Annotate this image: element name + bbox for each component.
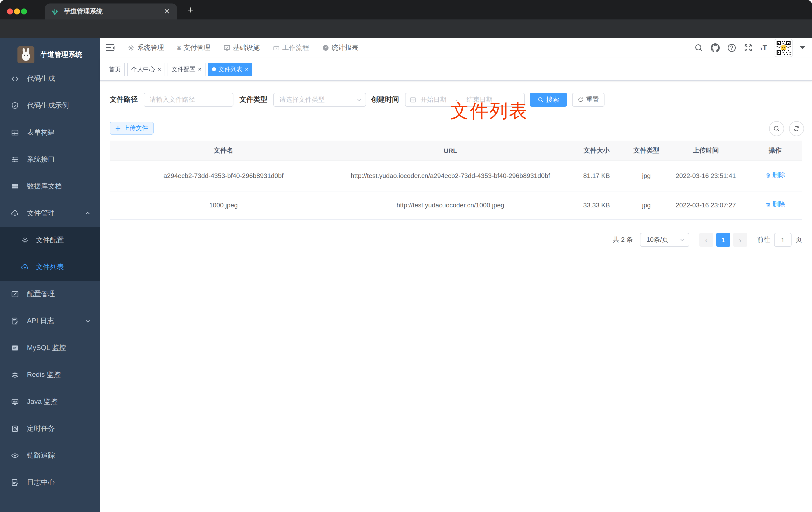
monitor-check-icon [224, 44, 230, 51]
cell-file-type: jpg [630, 161, 663, 191]
sidebar-item-scheduled-tasks[interactable]: 定时任务 [0, 415, 100, 442]
cell-url: http://test.yudao.iocoder.cn/a294ecb2-73… [337, 161, 563, 191]
chevron-up-icon [85, 210, 91, 216]
trash-icon [765, 173, 771, 179]
search-icon[interactable] [694, 43, 703, 52]
sidebar-item-tracing[interactable]: 链路追踪 [0, 442, 100, 469]
help-icon[interactable] [727, 43, 736, 52]
trash-icon [765, 202, 771, 208]
table-row: a294ecb2-73dd-4353-bf40-296b8931d0bf htt… [110, 161, 802, 191]
tag-profile[interactable]: 个人中心× [127, 63, 165, 76]
dashboard-icon [322, 44, 329, 51]
file-path-input[interactable]: 请输入文件路径 [144, 93, 233, 107]
tag-file-config[interactable]: 文件配置× [168, 63, 205, 76]
tag-home[interactable]: 首页 [105, 63, 125, 76]
shield-check-icon [11, 102, 19, 110]
sidebar-logo[interactable]: 芋道管理系统 [18, 45, 100, 65]
sidebar-item-form-builder[interactable]: 表单构建 [0, 119, 100, 146]
close-icon[interactable]: × [157, 66, 161, 73]
delete-button[interactable]: 删除 [765, 200, 785, 210]
show-search-toggle-button[interactable] [769, 121, 784, 136]
calendar-icon [409, 96, 416, 103]
minimize-window-button[interactable] [14, 8, 20, 14]
file-type-label: 文件类型 [239, 95, 267, 104]
sidebar-item-redis-monitor[interactable]: Redis 监控 [0, 361, 100, 388]
browser-tab[interactable]: 芋道管理系统 ✕ [45, 3, 177, 20]
sliders-icon [11, 155, 19, 163]
file-path-label: 文件路径 [110, 95, 138, 104]
annotation-text: 文件列表 [451, 99, 528, 124]
sidebar-submenu-file: 文件配置 文件列表 [0, 227, 100, 281]
code-icon [11, 75, 19, 83]
search-button[interactable]: 搜索 [530, 93, 567, 107]
col-url: URL [337, 141, 563, 161]
next-page-button[interactable]: › [733, 233, 747, 247]
gear-icon [21, 236, 29, 244]
nav-item-payment[interactable]: ¥ 支付管理 [177, 43, 210, 52]
col-actions: 操作 [748, 141, 802, 161]
sidebar-item-file-config[interactable]: 文件配置 [0, 227, 100, 254]
plus-icon [115, 125, 121, 131]
document-edit-icon [11, 317, 19, 325]
app-title: 芋道管理系统 [40, 50, 82, 59]
new-tab-button[interactable]: + [187, 5, 193, 15]
delete-button[interactable]: 删除 [765, 170, 785, 181]
sidebar-item-db-doc[interactable]: 数据库文档 [0, 173, 100, 200]
current-page-button[interactable]: 1 [716, 233, 730, 247]
chevron-down-icon [357, 97, 361, 102]
grid-icon [11, 182, 19, 190]
briefcase-icon [273, 44, 280, 51]
cloud-upload-icon [21, 263, 29, 271]
close-icon[interactable]: × [198, 66, 202, 73]
cell-file-size: 33.33 KB [563, 191, 630, 220]
refresh-table-button[interactable] [789, 121, 804, 136]
chart-monitor-icon [11, 344, 19, 352]
sidebar-collapse-icon[interactable] [105, 42, 116, 53]
cell-upload-time: 2022-03-16 23:07:27 [663, 191, 748, 220]
font-size-icon[interactable]: тT [760, 44, 767, 52]
browser-toolbar: ← → ⌂ i 127.0.0.1:1024/infra/file/file 1… [0, 20, 812, 38]
upload-file-button[interactable]: 上传文件 [110, 122, 154, 134]
sidebar-item-code-generation[interactable]: 代码生成 [0, 65, 100, 92]
close-icon[interactable]: × [245, 66, 249, 73]
table-row: 1000.jpeg http://test.yudao.iocoder.cn/1… [110, 191, 802, 220]
sidebar-item-config-management[interactable]: 配置管理 [0, 281, 100, 308]
table-header-row: 文件名 URL 文件大小 文件类型 上传时间 操作 [110, 141, 802, 161]
github-icon[interactable] [711, 43, 720, 52]
tag-file-list-active[interactable]: 文件列表× [208, 63, 252, 76]
page-unit-label: 页 [795, 235, 802, 244]
sidebar-item-file-management[interactable]: 文件管理 [0, 200, 100, 227]
sidebar-item-code-example[interactable]: 代码生成示例 [0, 92, 100, 119]
sidebar-item-system-api[interactable]: 系统接口 [0, 146, 100, 173]
reset-button[interactable]: 重置 [572, 93, 605, 107]
tab-close-icon[interactable]: ✕ [164, 7, 170, 16]
sidebar-item-log-center[interactable]: 日志中心 [0, 469, 100, 496]
col-upload-time: 上传时间 [663, 141, 748, 161]
browser-titlebar: 芋道管理系统 ✕ + [0, 0, 812, 20]
sidebar-item-file-list[interactable]: 文件列表 [0, 254, 100, 281]
nav-item-workflow[interactable]: 工作流程 [273, 43, 309, 52]
chevron-down-icon [680, 237, 685, 242]
nav-item-infrastructure[interactable]: 基础设施 [224, 43, 260, 52]
nav-item-reports[interactable]: 统计报表 [322, 43, 358, 52]
chevron-down-icon [85, 318, 91, 324]
user-avatar-qr[interactable] [775, 39, 792, 57]
close-window-button[interactable] [7, 8, 13, 14]
prev-page-button[interactable]: ‹ [699, 233, 713, 247]
nav-item-system[interactable]: 系统管理 [128, 43, 164, 52]
tags-view-bar: 首页 个人中心× 文件配置× 文件列表× [100, 58, 812, 81]
search-icon [538, 97, 544, 103]
browser-window: 芋道管理系统 ✕ + ← → ⌂ i 127.0.0.1:1024/infra/… [0, 0, 812, 512]
file-table: 文件名 URL 文件大小 文件类型 上传时间 操作 a294ecb2-73dd-… [110, 141, 802, 220]
sidebar: 芋道管理系统 代码生成 代码生成示例 表单构建 系统接口 [0, 38, 100, 512]
eye-icon [11, 452, 19, 460]
zoom-window-button[interactable] [21, 8, 27, 14]
fullscreen-icon[interactable] [744, 43, 753, 52]
avatar-dropdown-caret[interactable] [800, 47, 805, 49]
sidebar-item-api-log[interactable]: API 日志 [0, 308, 100, 334]
sidebar-item-java-monitor[interactable]: Java 监控 [0, 388, 100, 415]
goto-page-input[interactable]: 1 [774, 233, 791, 247]
page-size-select[interactable]: 10条/页 [640, 233, 689, 247]
file-type-select[interactable]: 请选择文件类型 [273, 93, 366, 107]
sidebar-item-mysql-monitor[interactable]: MySQL 监控 [0, 334, 100, 361]
